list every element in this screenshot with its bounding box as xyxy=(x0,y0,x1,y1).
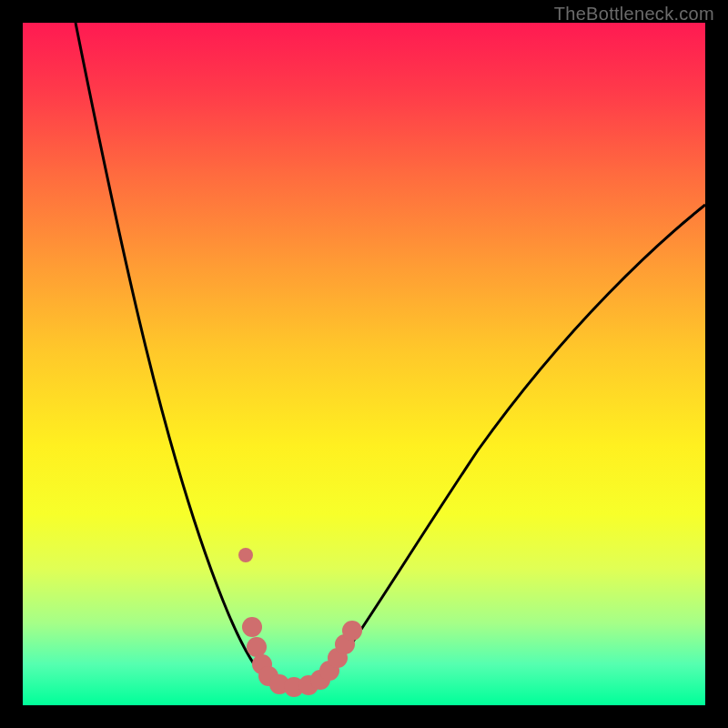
curve-marker xyxy=(342,621,362,641)
curve-marker xyxy=(242,617,262,637)
curve-marker xyxy=(247,637,267,657)
curve-left-branch xyxy=(76,23,267,680)
chart-area xyxy=(23,23,705,705)
watermark-text: TheBottleneck.com xyxy=(554,4,714,25)
curve-marker xyxy=(238,548,253,562)
curve-markers xyxy=(238,548,362,697)
bottleneck-curve xyxy=(23,23,705,705)
curve-right-branch xyxy=(325,205,705,680)
